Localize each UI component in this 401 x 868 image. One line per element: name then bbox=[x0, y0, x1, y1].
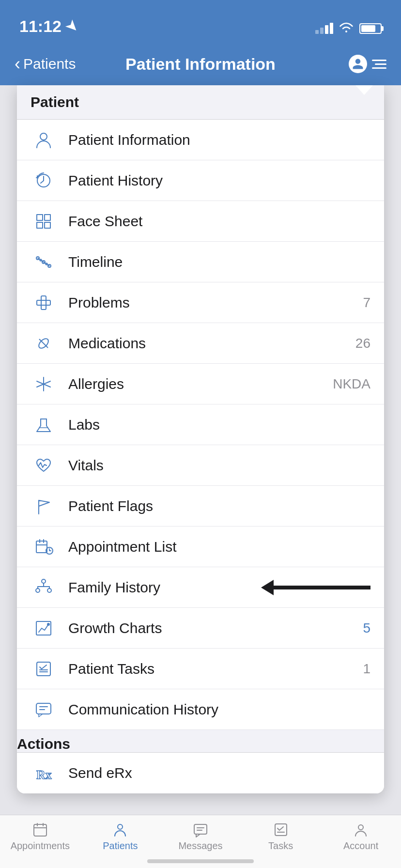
svg-rect-44 bbox=[34, 824, 46, 836]
svg-point-29 bbox=[36, 589, 40, 592]
nav-right-controls bbox=[349, 55, 386, 73]
status-time: 11:12 ➤ bbox=[19, 17, 77, 36]
allergies-label: Allergies bbox=[68, 376, 333, 392]
menu-item-patient-history[interactable]: Patient History bbox=[17, 160, 384, 201]
menu-item-timeline[interactable]: Timeline bbox=[17, 242, 384, 282]
tab-patients[interactable]: Patients bbox=[80, 821, 161, 852]
menu-item-problems[interactable]: Problems 7 bbox=[17, 282, 384, 323]
svg-point-30 bbox=[47, 589, 51, 592]
menu-item-vitals[interactable]: Vitals bbox=[17, 445, 384, 486]
menu-item-send-erx[interactable]: Rx Send eRx bbox=[17, 753, 384, 793]
allergies-badge: NKDA bbox=[333, 376, 370, 392]
svg-rect-49 bbox=[194, 824, 207, 834]
dropdown-menu: Patient Patient Information Patient Hist… bbox=[17, 85, 384, 793]
menu-item-communication-history[interactable]: Communication History bbox=[17, 689, 384, 730]
svg-point-48 bbox=[118, 824, 123, 829]
location-icon: ➤ bbox=[62, 17, 82, 36]
flag-icon bbox=[31, 493, 57, 519]
menu-item-allergies[interactable]: Allergies NKDA bbox=[17, 364, 384, 404]
svg-line-9 bbox=[38, 258, 44, 262]
nav-bar: ‹ Patients Patient Information bbox=[0, 43, 401, 85]
patient-information-label: Patient Information bbox=[68, 132, 370, 148]
person-icon bbox=[31, 127, 57, 153]
medications-badge: 26 bbox=[355, 336, 370, 351]
svg-rect-3 bbox=[45, 215, 50, 220]
patients-tab-icon bbox=[111, 821, 129, 838]
home-indicator bbox=[147, 859, 254, 863]
svg-rect-52 bbox=[275, 824, 287, 836]
back-button[interactable]: ‹ Patients bbox=[15, 54, 76, 74]
status-bar: 11:12 ➤ bbox=[0, 0, 401, 43]
svg-point-28 bbox=[42, 579, 46, 583]
problems-label: Problems bbox=[68, 294, 363, 311]
patient-history-label: Patient History bbox=[68, 172, 370, 189]
family-tree-icon bbox=[31, 574, 57, 601]
communication-history-label: Communication History bbox=[68, 701, 370, 718]
messages-tab-label: Messages bbox=[178, 840, 222, 852]
back-label: Patients bbox=[23, 56, 76, 72]
growth-charts-badge: 5 bbox=[363, 620, 370, 636]
menu-item-growth-charts[interactable]: Growth Charts 5 bbox=[17, 608, 384, 649]
menu-item-patient-tasks[interactable]: Patient Tasks 1 bbox=[17, 649, 384, 689]
back-chevron-icon: ‹ bbox=[15, 54, 20, 74]
actions-section-header: Actions bbox=[17, 730, 384, 753]
svg-rect-37 bbox=[37, 662, 50, 676]
tasks-tab-label: Tasks bbox=[268, 840, 293, 852]
pill-icon bbox=[31, 330, 57, 356]
appointments-tab-icon bbox=[31, 821, 49, 838]
menu-item-patient-information[interactable]: Patient Information bbox=[17, 120, 384, 160]
menu-item-patient-flags[interactable]: Patient Flags bbox=[17, 486, 384, 527]
patient-tasks-label: Patient Tasks bbox=[68, 661, 363, 677]
vitals-label: Vitals bbox=[68, 457, 370, 474]
page-title: Patient Information bbox=[125, 55, 276, 74]
patient-tasks-badge: 1 bbox=[363, 661, 370, 677]
menu-item-family-history[interactable]: Family History bbox=[17, 567, 384, 608]
timeline-icon bbox=[31, 249, 57, 275]
tab-account[interactable]: Account bbox=[321, 821, 401, 852]
svg-point-36 bbox=[47, 623, 49, 625]
labs-label: Labs bbox=[68, 417, 370, 433]
heart-pulse-icon bbox=[31, 452, 57, 479]
account-tab-label: Account bbox=[343, 840, 378, 852]
svg-rect-40 bbox=[36, 703, 51, 714]
messages-tab-icon bbox=[192, 821, 209, 838]
chart-growth-icon bbox=[31, 615, 57, 641]
svg-rect-5 bbox=[45, 222, 50, 228]
menu-item-labs[interactable]: Labs bbox=[17, 404, 384, 445]
cross-icon bbox=[31, 290, 57, 316]
dropdown-arrow bbox=[355, 85, 373, 95]
status-icons bbox=[315, 21, 382, 36]
rx-icon: Rx bbox=[31, 760, 57, 786]
tab-tasks[interactable]: Tasks bbox=[241, 821, 321, 852]
svg-line-10 bbox=[44, 262, 49, 266]
appointment-list-label: Appointment List bbox=[68, 539, 370, 555]
flask-icon bbox=[31, 412, 57, 438]
svg-line-16 bbox=[40, 339, 48, 347]
svg-rect-13 bbox=[41, 296, 46, 310]
patient-section-header: Patient bbox=[17, 85, 384, 120]
menu-item-face-sheet[interactable]: Face Sheet bbox=[17, 201, 384, 242]
menu-icon[interactable] bbox=[372, 60, 386, 69]
svg-rect-23 bbox=[36, 541, 47, 553]
asterisk-icon bbox=[31, 371, 57, 397]
chat-icon bbox=[31, 697, 57, 723]
user-avatar-icon[interactable] bbox=[349, 55, 367, 73]
battery-icon bbox=[359, 23, 382, 34]
svg-text:Rx: Rx bbox=[36, 768, 52, 782]
face-sheet-label: Face Sheet bbox=[68, 213, 370, 230]
grid-icon bbox=[31, 208, 57, 234]
problems-badge: 7 bbox=[363, 295, 370, 310]
timeline-label: Timeline bbox=[68, 254, 370, 270]
svg-rect-2 bbox=[37, 215, 43, 220]
signal-icon bbox=[315, 23, 333, 34]
menu-item-medications[interactable]: Medications 26 bbox=[17, 323, 384, 364]
tab-appointments[interactable]: Appointments bbox=[0, 821, 80, 852]
svg-point-0 bbox=[40, 133, 47, 140]
tasks-tab-icon bbox=[272, 821, 290, 838]
medications-label: Medications bbox=[68, 335, 355, 352]
clock-arrow-icon bbox=[31, 168, 57, 194]
menu-item-appointment-list[interactable]: Appointment List bbox=[17, 527, 384, 567]
arrow-annotation bbox=[265, 586, 370, 589]
account-tab-icon bbox=[352, 821, 370, 838]
tab-messages[interactable]: Messages bbox=[160, 821, 241, 852]
